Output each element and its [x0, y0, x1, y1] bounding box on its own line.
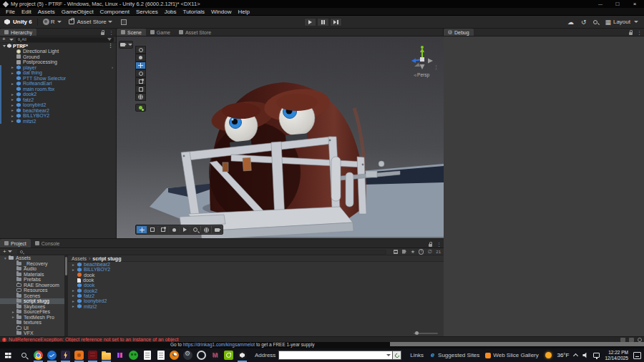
asset-item[interactable]: mitzi2 — [68, 303, 444, 308]
lock-icon[interactable] — [101, 32, 104, 35]
lock-icon[interactable] — [429, 244, 432, 247]
hierarchy-item[interactable]: Postprocessing — [0, 59, 116, 65]
hierarchy-search-input[interactable]: All — [16, 37, 114, 42]
zoom-overlay-button[interactable] — [190, 226, 200, 233]
menu-item[interactable]: Component — [100, 9, 130, 15]
blender-icon[interactable] — [167, 348, 181, 362]
nvidia-icon[interactable] — [222, 348, 235, 362]
camera-overlay-button[interactable] — [212, 226, 222, 233]
panel-menu-icon[interactable] — [109, 30, 114, 36]
hierarchy-item[interactable]: dook2 — [0, 92, 116, 97]
asset-item[interactable]: dook — [68, 283, 444, 288]
expand-arrow-icon[interactable] — [11, 92, 16, 97]
breadcrumb-root[interactable]: Assets — [72, 256, 87, 261]
scene-panel-menu-icon[interactable] — [434, 59, 439, 72]
hand-tool-button[interactable] — [135, 54, 146, 62]
status-icon[interactable] — [620, 338, 625, 342]
folder-item[interactable]: RAE Showroom — [0, 283, 64, 288]
expand-arrow-icon[interactable] — [11, 114, 16, 118]
file-explorer-icon[interactable] — [99, 348, 113, 362]
gear-app-icon[interactable] — [181, 348, 195, 362]
address-input[interactable] — [278, 351, 393, 360]
menu-item[interactable]: Tutorials — [183, 9, 205, 15]
maximize-button[interactable] — [610, 0, 625, 8]
folder-item[interactable]: _Recovery — [0, 261, 64, 267]
asset-item[interactable]: beachbear2 — [68, 262, 444, 267]
folder-item[interactable]: Resources — [0, 288, 64, 293]
volume-icon[interactable] — [582, 353, 588, 358]
grid-overlay-button[interactable] — [147, 226, 157, 233]
create-object-button[interactable]: + — [2, 37, 6, 41]
expand-arrow-icon[interactable] — [11, 65, 16, 69]
asset-item[interactable]: BILLYBOY2 — [68, 267, 444, 272]
hierarchy-item[interactable]: RolfeandEarl — [0, 81, 116, 87]
window-icon[interactable] — [121, 19, 127, 25]
expand-arrow-icon[interactable] — [72, 268, 77, 272]
action-center-icon[interactable] — [633, 352, 641, 359]
cursor-overlay-button[interactable] — [180, 226, 190, 233]
scene-menu-icon[interactable] — [108, 43, 113, 49]
suggested-sites-button[interactable]: Suggested Sites — [429, 352, 479, 358]
hierarchy-item[interactable]: BILLYBOY2 — [0, 113, 116, 119]
notepad-icon-2[interactable] — [154, 348, 167, 362]
favorites-icon[interactable] — [410, 249, 415, 254]
expand-arrow-icon[interactable] — [72, 293, 77, 298]
web-slice-gallery-button[interactable]: Web Slice Gallery — [485, 352, 538, 358]
orange-app-icon[interactable] — [72, 348, 86, 362]
panel-menu-icon[interactable] — [436, 242, 441, 248]
expand-arrow-icon[interactable] — [11, 71, 16, 75]
menu-item[interactable]: File — [6, 9, 15, 15]
menu-item[interactable]: GameObject — [62, 9, 94, 15]
chrome-icon[interactable] — [31, 348, 45, 362]
asset-item[interactable]: dook — [68, 273, 444, 278]
play-button[interactable] — [304, 18, 316, 26]
expand-arrow-icon[interactable] — [11, 119, 16, 123]
links-label[interactable]: Links — [410, 352, 424, 358]
menu-item[interactable]: Help — [238, 9, 249, 15]
asset-item[interactable]: loonybird2 — [68, 298, 444, 303]
collapse-arrow-icon[interactable] — [3, 45, 6, 47]
folder-item[interactable]: TextMesh Pro — [0, 315, 64, 321]
hierarchy-item[interactable]: player — [0, 65, 116, 71]
info-icon[interactable] — [419, 249, 424, 254]
undo-history-icon[interactable] — [581, 19, 587, 26]
hierarchy-item[interactable]: beachbear2 — [0, 108, 116, 114]
red-game-icon[interactable] — [86, 348, 99, 362]
lighting-overlay-button[interactable] — [169, 226, 179, 233]
view-tool-button[interactable] — [135, 46, 146, 54]
search-by-type-icon[interactable] — [394, 250, 398, 254]
taskbar-clock[interactable]: 12:22 PM 12/14/2025 — [605, 350, 628, 361]
purple-game-icon[interactable] — [113, 348, 127, 362]
hierarchy-item[interactable]: mitzi2 — [0, 119, 116, 124]
hierarchy-item[interactable]: main room.fbx — [0, 87, 116, 92]
lightning-app-icon[interactable] — [59, 348, 72, 362]
folder-item[interactable]: Audio — [0, 266, 64, 272]
scene-tab-icon[interactable]: Scene — [117, 29, 146, 36]
icon-size-slider[interactable] — [414, 333, 438, 334]
custom-tool-button[interactable] — [135, 104, 146, 112]
chevron-down-icon[interactable] — [8, 250, 12, 253]
cloud-icon[interactable] — [567, 19, 574, 26]
blue-check-app-icon[interactable] — [45, 348, 59, 362]
search-icon[interactable] — [593, 20, 597, 24]
menu-item[interactable]: Services — [136, 9, 158, 15]
panel-menu-icon[interactable] — [637, 30, 642, 36]
console-error-message[interactable]: NullReferenceException: Object reference… — [9, 337, 178, 342]
breadcrumb-current[interactable]: script stugg — [92, 256, 121, 261]
perspective-toggle[interactable]: ◃ Persp — [405, 72, 438, 78]
green-app-icon[interactable] — [127, 348, 140, 362]
tab-hierarchy[interactable]: Hierarchy — [0, 29, 36, 36]
scene-viewport[interactable]: ◃ Persp — [117, 36, 444, 238]
transform-tool-button[interactable] — [135, 93, 146, 101]
notepad-icon[interactable] — [140, 348, 154, 362]
search-by-label-icon[interactable] — [402, 250, 406, 254]
expand-arrow-icon[interactable] — [11, 82, 16, 86]
account-menu[interactable]: R — [43, 19, 62, 25]
hidden-items-icon[interactable] — [427, 249, 432, 254]
expand-arrow-icon[interactable] — [72, 263, 77, 267]
folder-item[interactable]: SourceFiles — [0, 309, 64, 315]
asset-store-button[interactable]: Asset Store — [69, 19, 112, 25]
status-icon-2[interactable] — [629, 338, 634, 342]
game-tab-icon[interactable]: Game — [146, 29, 175, 36]
snap-overlay-button[interactable] — [158, 226, 168, 233]
